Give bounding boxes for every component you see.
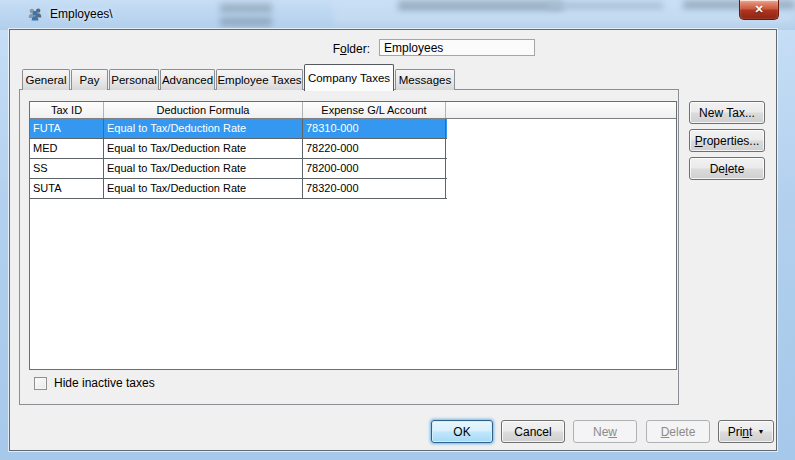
titlebar-glass — [0, 0, 795, 30]
ok-button[interactable]: OK — [431, 420, 493, 443]
hide-inactive-checkbox[interactable] — [34, 377, 47, 390]
cell-tax-id: FUTA — [30, 119, 104, 138]
cell-expense-gl-account: 78220-000 — [303, 139, 446, 158]
cell-deduction-formula: Equal to Tax/Deduction Rate — [104, 159, 303, 178]
folder-label: Folder: — [290, 42, 370, 56]
tab-messages[interactable]: Messages — [395, 69, 455, 90]
new-button[interactable]: New — [573, 420, 637, 443]
new-tax-button[interactable]: New Tax... — [689, 101, 765, 124]
title-bar[interactable]: Employees\ ✕ — [0, 0, 795, 30]
delete-tax-button[interactable]: Delete — [689, 157, 765, 180]
cell-expense-gl-account: 78310-000 — [303, 119, 446, 138]
cell-deduction-formula: Equal to Tax/Deduction Rate — [104, 119, 303, 138]
cancel-button[interactable]: Cancel — [501, 420, 565, 443]
cell-tax-id: SS — [30, 159, 104, 178]
column-header-filler — [446, 102, 676, 118]
tab-strip: General Pay Personal Advanced Employee T… — [22, 63, 455, 90]
close-icon: ✕ — [754, 4, 763, 15]
close-button[interactable]: ✕ — [739, 0, 779, 20]
cell-expense-gl-account: 78320-000 — [303, 179, 446, 198]
tab-company-taxes[interactable]: Company Taxes — [304, 64, 394, 91]
table-header: Tax ID Deduction Formula Expense G/L Acc… — [30, 102, 676, 119]
hide-inactive-row: Hide inactive taxes — [34, 376, 155, 390]
table-body: FUTA Equal to Tax/Deduction Rate 78310-0… — [30, 119, 447, 199]
table-row-ss[interactable]: SS Equal to Tax/Deduction Rate 78200-000 — [30, 159, 447, 179]
tab-personal[interactable]: Personal — [109, 69, 159, 90]
company-taxes-table[interactable]: Tax ID Deduction Formula Expense G/L Acc… — [29, 101, 677, 370]
cell-tax-id: SUTA — [30, 179, 104, 198]
delete-button[interactable]: Delete — [646, 420, 710, 443]
tab-general[interactable]: General — [22, 69, 70, 90]
cell-tax-id: MED — [30, 139, 104, 158]
cell-deduction-formula: Equal to Tax/Deduction Rate — [104, 179, 303, 198]
column-header-tax-id: Tax ID — [30, 102, 104, 118]
tab-advanced[interactable]: Advanced — [160, 69, 215, 90]
properties-button[interactable]: Properties... — [689, 129, 765, 152]
employees-group-icon — [27, 6, 43, 22]
print-dropdown-icon: ▼ — [757, 428, 764, 435]
table-row-futa[interactable]: FUTA Equal to Tax/Deduction Rate 78310-0… — [30, 119, 447, 139]
column-header-expense-gl-account: Expense G/L Account — [303, 102, 446, 118]
dialog-body: Folder: General Pay Personal Advanced Em… — [9, 29, 777, 451]
table-row-med[interactable]: MED Equal to Tax/Deduction Rate 78220-00… — [30, 139, 447, 159]
folder-input[interactable] — [379, 39, 535, 56]
cell-deduction-formula: Equal to Tax/Deduction Rate — [104, 139, 303, 158]
cell-expense-gl-account: 78200-000 — [303, 159, 446, 178]
table-row-suta[interactable]: SUTA Equal to Tax/Deduction Rate 78320-0… — [30, 179, 447, 199]
column-header-deduction-formula: Deduction Formula — [104, 102, 303, 118]
print-button[interactable]: Print ▼ — [718, 420, 774, 443]
tab-pay[interactable]: Pay — [71, 69, 108, 90]
hide-inactive-label: Hide inactive taxes — [54, 376, 155, 390]
tab-employee-taxes[interactable]: Employee Taxes — [216, 69, 303, 90]
window-title: Employees\ — [50, 7, 113, 21]
print-button-label: Print — [728, 425, 753, 439]
